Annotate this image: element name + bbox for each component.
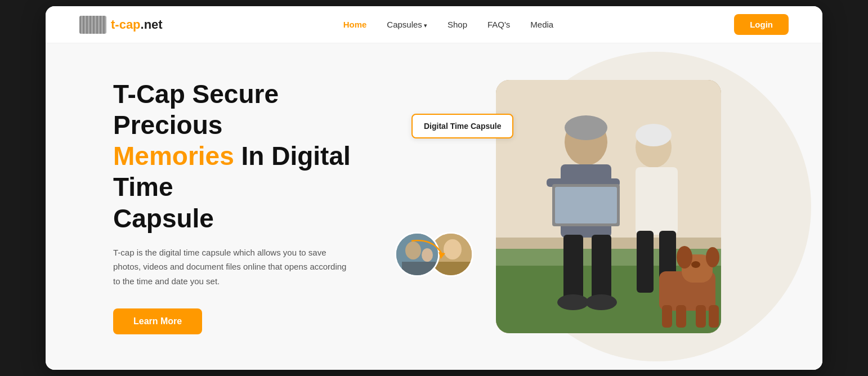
digital-time-capsule-badge: Digital Time Capsule	[411, 114, 513, 138]
svg-point-21	[585, 294, 617, 310]
svg-rect-18	[563, 235, 583, 302]
svg-point-13	[565, 115, 607, 140]
svg-rect-24	[636, 167, 678, 235]
svg-point-29	[677, 246, 692, 268]
arrow-curve	[406, 235, 451, 266]
logo-icon	[79, 16, 106, 34]
svg-rect-25	[637, 231, 654, 293]
hero-content: T-Cap Secure Precious Memories In Digita…	[113, 79, 383, 334]
svg-point-23	[636, 124, 672, 146]
hero-visual: Digital Time Capsule	[417, 80, 777, 333]
svg-rect-33	[676, 305, 686, 328]
avatar-circles	[395, 232, 473, 277]
svg-point-20	[557, 294, 589, 310]
navbar: t-cap.net Home Capsules Shop FAQ's Media…	[46, 6, 822, 43]
nav-links: Home Capsules Shop FAQ's Media	[343, 20, 554, 30]
svg-point-31	[691, 261, 700, 268]
nav-link-media[interactable]: Media	[530, 20, 553, 29]
svg-marker-7	[439, 252, 445, 259]
nav-item-media[interactable]: Media	[530, 20, 553, 30]
svg-rect-19	[592, 235, 611, 302]
main-hero-photo	[496, 80, 721, 333]
hero-title-line3: Capsule	[113, 204, 214, 233]
nav-link-shop[interactable]: Shop	[448, 20, 467, 29]
svg-rect-35	[709, 305, 719, 328]
hero-section: T-Cap Secure Precious Memories In Digita…	[46, 43, 822, 370]
login-button[interactable]: Login	[734, 14, 789, 35]
browser-frame: t-cap.net Home Capsules Shop FAQ's Media…	[46, 6, 822, 370]
svg-rect-34	[696, 305, 706, 328]
nav-link-home[interactable]: Home	[343, 20, 367, 29]
nav-item-capsules[interactable]: Capsules	[387, 20, 427, 30]
svg-point-30	[706, 247, 719, 267]
nav-item-faqs[interactable]: FAQ's	[487, 20, 510, 30]
svg-rect-17	[555, 187, 617, 223]
nav-link-capsules[interactable]: Capsules	[387, 20, 427, 29]
svg-rect-32	[662, 305, 672, 328]
nav-item-shop[interactable]: Shop	[448, 20, 467, 30]
hero-title: T-Cap Secure Precious Memories In Digita…	[113, 79, 383, 234]
badge-label-text: Digital Time Capsule	[424, 122, 501, 131]
hero-title-highlight: Memories	[113, 141, 234, 171]
nav-link-faqs[interactable]: FAQ's	[487, 20, 510, 29]
logo-text: t-cap.net	[111, 17, 163, 32]
nav-item-home[interactable]: Home	[343, 20, 367, 30]
logo-link[interactable]: t-cap.net	[79, 16, 163, 34]
learn-more-button[interactable]: Learn More	[113, 308, 202, 334]
hero-title-line1: T-Cap Secure Precious	[113, 79, 279, 140]
hero-description: T-cap is the digital time capsule which …	[113, 245, 350, 289]
